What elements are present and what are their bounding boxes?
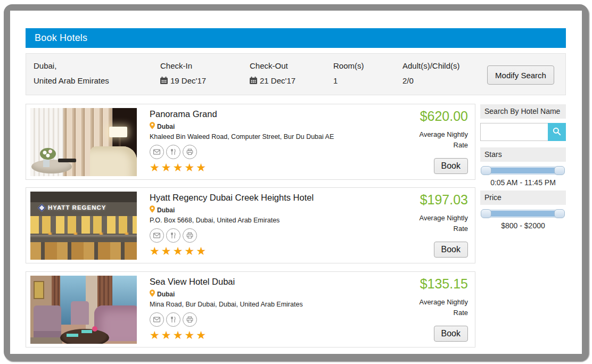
rooms-label: Room(s) [333, 61, 364, 70]
window-frame: Book Hotels Dubai, United Arab Emirates … [4, 4, 588, 360]
email-icon[interactable] [150, 312, 164, 327]
location-pin-icon [150, 122, 155, 131]
checkin-value: 19 Dec'17 [170, 76, 206, 85]
search-button[interactable] [548, 123, 566, 141]
star-rating: ★★★★★ [150, 329, 373, 341]
page-title: Book Hotels [26, 28, 566, 48]
hotel-address: Khaleed Bin Waleed Road, Computer Street… [150, 133, 373, 140]
email-icon[interactable] [150, 145, 164, 159]
slider-handle-min[interactable] [481, 166, 491, 175]
price-range-label: $800 - $2000 [480, 221, 566, 230]
stars-range-label: 0:05 AM - 11:45 PM [480, 178, 566, 187]
search-by-name-header: Search By Hotel Name [480, 104, 566, 119]
hotel-price: $620.00 [408, 109, 468, 124]
restaurant-icon[interactable] [166, 145, 180, 159]
guests-summary: Adult(s)/Child(s) 2/0 [402, 54, 488, 95]
rate-caption: Average Nightly Rate [408, 213, 468, 234]
rooms-summary: Room(s) 1 [333, 54, 392, 95]
hotel-photo [30, 108, 137, 176]
book-button[interactable]: Book [434, 242, 468, 258]
hotel-photo [30, 276, 137, 344]
hotel-name: Hyatt Regency Dubai Creek Heights Hotel [150, 193, 373, 203]
restaurant-icon[interactable] [166, 228, 180, 243]
star-rating: ★★★★★ [150, 245, 373, 257]
hotel-photo: HYATT REGENCY [30, 192, 137, 260]
destination-summary: Dubai, United Arab Emirates [34, 54, 156, 95]
slider-handle-max[interactable] [554, 166, 565, 175]
checkout-summary: Check-Out 21 Dec'17 [250, 54, 330, 95]
calendar-icon [250, 77, 257, 85]
search-summary-bar: Dubai, United Arab Emirates Check-In 19 … [26, 53, 566, 95]
checkout-value: 21 Dec'17 [260, 76, 295, 85]
hotel-address: Mina Road, Bur Dubai, Dubai, United Arab… [150, 301, 373, 308]
rooms-value: 1 [333, 76, 338, 85]
checkin-summary: Check-In 19 Dec'17 [160, 54, 240, 95]
modify-search-button[interactable]: Modify Search [487, 65, 554, 85]
guests-value: 2/0 [402, 76, 414, 85]
slider-fill [486, 168, 560, 173]
hotel-card: Sea View Hotel Dubai Dubai Mina Road, Bu… [26, 271, 475, 348]
location-pin-icon [150, 289, 155, 299]
print-icon[interactable] [183, 145, 197, 159]
destination-line1: Dubai, [34, 61, 56, 70]
rate-caption: Average Nightly Rate [408, 297, 468, 318]
price-filter-header: Price [480, 191, 566, 205]
restaurant-icon[interactable] [166, 312, 180, 327]
price-range-slider[interactable] [481, 210, 565, 218]
stars-filter-header: Stars [480, 147, 566, 162]
print-icon[interactable] [183, 312, 197, 327]
hotel-city: Dubai [157, 123, 175, 130]
stars-range-slider[interactable] [481, 167, 565, 175]
checkout-label: Check-Out [250, 61, 288, 70]
hotel-card: HYATT REGENCY Hyatt Regency Dubai Creek … [26, 187, 475, 263]
destination-line2: United Arab Emirates [34, 76, 109, 85]
email-icon[interactable] [150, 228, 164, 243]
star-rating: ★★★★★ [150, 162, 373, 173]
search-icon [552, 127, 562, 138]
hotel-name: Sea View Hotel Dubai [150, 277, 373, 287]
hotel-price: $197.03 [408, 192, 468, 208]
book-button[interactable]: Book [434, 158, 468, 174]
guests-label: Adult(s)/Child(s) [402, 61, 460, 70]
calendar-icon [160, 77, 168, 85]
hotel-city: Dubai [157, 206, 175, 214]
hotel-address: P.O. Box 5668, Dubai, United Arab Emirat… [150, 217, 373, 224]
book-button[interactable]: Book [434, 326, 468, 342]
hotel-photo-sign: HYATT REGENCY [48, 204, 106, 211]
hotel-name-input[interactable] [480, 123, 548, 141]
rate-caption: Average Nightly Rate [408, 129, 468, 151]
hotel-city: Dubai [157, 291, 175, 298]
slider-fill [486, 211, 560, 217]
page: Book Hotels Dubai, United Arab Emirates … [10, 11, 582, 354]
checkin-label: Check-In [160, 61, 192, 70]
hotel-price: $135.15 [408, 276, 468, 292]
slider-handle-max[interactable] [554, 209, 565, 218]
print-icon[interactable] [183, 228, 197, 243]
slider-handle-min[interactable] [481, 209, 491, 218]
hotel-card: Panorama Grand Dubai Khaleed Bin Waleed … [26, 104, 475, 180]
location-pin-icon [150, 205, 155, 214]
hotel-name: Panorama Grand [150, 109, 373, 119]
hyatt-logo-icon [38, 204, 46, 212]
